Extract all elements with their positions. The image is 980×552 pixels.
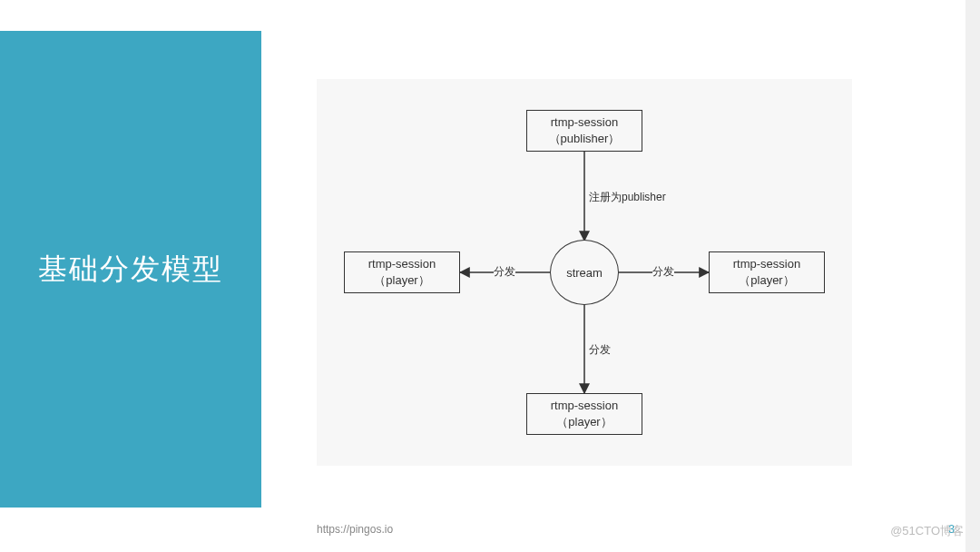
- node-publisher-l2: （publisher）: [549, 131, 621, 147]
- node-player-left-l1: rtmp-session: [368, 256, 436, 272]
- node-player-right-l1: rtmp-session: [733, 256, 800, 272]
- edge-label-dist-bottom: 分发: [589, 342, 611, 358]
- node-player-left-l2: （player）: [374, 272, 429, 289]
- node-player-bottom-l1: rtmp-session: [551, 398, 618, 414]
- node-player-left: rtmp-session （player）: [344, 251, 460, 293]
- node-player-right: rtmp-session （player）: [709, 251, 825, 293]
- edge-label-dist-left: 分发: [494, 264, 515, 280]
- diagram-canvas: rtmp-session （publisher） stream rtmp-ses…: [317, 79, 852, 466]
- node-player-bottom-l2: （player）: [556, 414, 612, 430]
- node-player-right-l2: （player）: [739, 272, 794, 289]
- edge-label-dist-right: 分发: [652, 264, 674, 280]
- scrollbar-track[interactable]: [965, 0, 980, 552]
- node-publisher: rtmp-session （publisher）: [526, 110, 642, 152]
- edge-label-publish: 注册为publisher: [589, 190, 666, 205]
- node-stream-label: stream: [566, 266, 603, 280]
- footer-url[interactable]: https://pingos.io: [317, 523, 393, 536]
- node-stream: stream: [550, 240, 619, 305]
- page-number: 3: [948, 523, 955, 536]
- node-publisher-l1: rtmp-session: [551, 114, 618, 131]
- node-player-bottom: rtmp-session （player）: [526, 393, 642, 435]
- slide-title: 基础分发模型: [38, 250, 223, 290]
- title-panel: 基础分发模型: [0, 31, 261, 508]
